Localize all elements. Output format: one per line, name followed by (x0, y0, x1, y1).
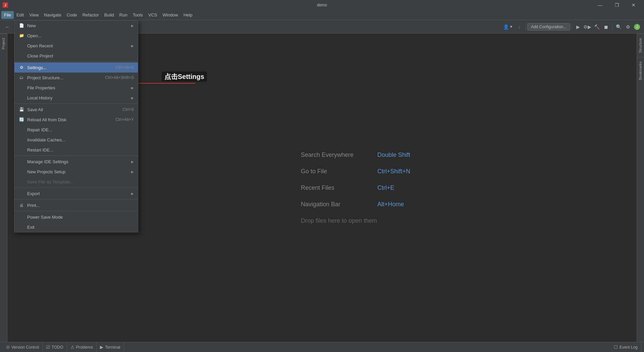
menu-navigate[interactable]: Navigate (41, 11, 64, 19)
repair-ide-icon (18, 127, 24, 133)
menu-item-file-properties[interactable]: File Properties ▶ (14, 83, 138, 93)
menu-view[interactable]: View (26, 11, 41, 19)
menu-help[interactable]: Help (181, 11, 195, 19)
toolbar-back-button[interactable]: ← (3, 22, 12, 32)
search-everywhere-toolbar-button[interactable]: 🔍 (614, 22, 623, 32)
new-label: New (27, 23, 128, 28)
toolbar-separator-3 (572, 24, 572, 30)
sidebar-tab-project[interactable]: Project (0, 34, 7, 53)
status-terminal[interactable]: ▶ Terminal (97, 342, 124, 352)
project-structure-icon: 🗂 (18, 75, 24, 81)
menu-item-reload-all[interactable]: 🔄 Reload All from Disk Ctrl+Alt+Y (14, 115, 138, 125)
sidebar-tab-bookmarks[interactable]: Bookmarks (637, 57, 644, 84)
annotation-text: 点击Settings (162, 72, 207, 82)
menu-item-save-file-template: Save File as Template... (14, 177, 138, 187)
export-arrow: ▶ (131, 192, 134, 195)
local-history-arrow: ▶ (131, 96, 134, 100)
menu-bar: File Edit View Navigate Code Refactor Bu… (0, 10, 644, 20)
menu-item-manage-ide-settings[interactable]: Manage IDE Settings ▶ (14, 157, 138, 167)
new-icon: 📄 (18, 23, 24, 29)
menu-refactor[interactable]: Refactor (80, 11, 102, 19)
new-arrow: ▶ (131, 24, 134, 28)
file-properties-label: File Properties (27, 85, 128, 90)
restart-ide-icon (18, 147, 24, 153)
toolbar-separator-4 (612, 24, 612, 30)
save-file-template-icon (18, 179, 24, 185)
run-button[interactable]: ▶ (573, 22, 583, 32)
menu-item-settings[interactable]: ⚙ Settings... Ctrl+Alt+S (14, 62, 138, 73)
status-todo[interactable]: ☑ TODO (43, 342, 67, 352)
new-projects-setup-label: New Projects Setup (27, 169, 128, 174)
title-bar: J demo — ❐ ✕ (0, 0, 644, 10)
menu-item-close-project[interactable]: Close Project (14, 51, 138, 61)
menu-item-new[interactable]: 📄 New ▶ (14, 20, 138, 31)
file-menu-dropdown: 📄 New ▶ 📁 Open... Open Recent ▶ Close Pr… (14, 20, 138, 232)
menu-tools[interactable]: Tools (130, 11, 146, 19)
restart-ide-label: Restart IDE... (27, 147, 134, 152)
menu-edit[interactable]: Edit (14, 11, 26, 19)
open-recent-arrow: ▶ (131, 44, 134, 48)
terminal-label: Terminal (105, 345, 120, 350)
open-icon: 📁 (18, 33, 24, 39)
vcs-update-button[interactable]: ↓ (515, 22, 524, 32)
close-button[interactable]: ✕ (626, 0, 641, 10)
export-icon (18, 190, 24, 196)
menu-item-export[interactable]: Export ▶ (14, 188, 138, 199)
menu-window[interactable]: Window (160, 11, 181, 19)
version-control-icon: ⊙ (6, 345, 10, 350)
profile-dropdown-arrow: ▼ (509, 25, 513, 29)
restore-button[interactable]: ❐ (609, 0, 625, 10)
sep-1 (14, 61, 138, 62)
debug-run-button[interactable]: ⚙▶ (583, 22, 592, 32)
menu-vcs[interactable]: VCS (146, 11, 160, 19)
menu-item-exit[interactable]: Exit (14, 222, 138, 232)
sidebar-tab-structure[interactable]: Structure (637, 34, 644, 57)
settings-label: Settings... (27, 65, 109, 70)
profile-icon: 👤 (503, 24, 509, 30)
menu-item-invalidate-caches[interactable]: Invalidate Caches... (14, 135, 138, 145)
menu-item-save-all[interactable]: 💾 Save All Ctrl+S (14, 104, 138, 115)
status-problems[interactable]: ⚠ Problems (67, 342, 97, 352)
project-structure-label: Project Structure... (27, 75, 98, 80)
menu-item-local-history[interactable]: Local History ▶ (14, 93, 138, 103)
print-icon: 🖨 (18, 202, 24, 208)
save-all-icon: 💾 (18, 106, 24, 113)
settings-icon: ⚙ (18, 64, 24, 71)
status-version-control[interactable]: ⊙ Version Control (3, 342, 43, 352)
menu-item-new-projects-setup[interactable]: New Projects Setup ▶ (14, 167, 138, 177)
build-button[interactable]: 🔨 (592, 22, 601, 32)
toolbar-separator-2 (526, 24, 526, 30)
menu-code[interactable]: Code (64, 11, 80, 19)
menu-item-open[interactable]: 📁 Open... (14, 31, 138, 41)
menu-item-repair-ide[interactable]: Repair IDE... (14, 125, 138, 135)
stop-button[interactable]: ◼ (601, 22, 611, 32)
status-event-log[interactable]: ☐ Event Log (610, 342, 641, 352)
manage-ide-settings-icon (18, 159, 24, 165)
add-configuration-button[interactable]: Add Configuration... (527, 23, 570, 31)
power-save-mode-label: Power Save Mode (27, 215, 134, 220)
shortcut-recent-files: Recent Files Ctrl+E (301, 184, 410, 191)
terminal-icon: ▶ (100, 345, 103, 350)
todo-icon: ☑ (46, 345, 50, 350)
invalidate-caches-label: Invalidate Caches... (27, 137, 134, 142)
shortcut-go-to-file: Go to File Ctrl+Shift+N (301, 168, 410, 175)
settings-toolbar-button[interactable]: ⚙ (623, 22, 633, 32)
manage-ide-settings-label: Manage IDE Settings (27, 159, 128, 164)
menu-file[interactable]: File (1, 11, 14, 19)
save-all-label: Save All (27, 107, 116, 112)
menu-item-restart-ide[interactable]: Restart IDE... (14, 145, 138, 155)
profile-button[interactable]: 👤 ▼ (501, 22, 515, 32)
window-controls: — ❐ ✕ (592, 0, 641, 10)
power-save-mode-icon (18, 214, 24, 220)
menu-item-power-save-mode[interactable]: Power Save Mode (14, 212, 138, 222)
menu-item-print[interactable]: 🖨 Print... (14, 200, 138, 210)
go-to-file-label: Go to File (301, 168, 375, 175)
menu-run[interactable]: Run (117, 11, 130, 19)
menu-build[interactable]: Build (102, 11, 117, 19)
menu-item-project-structure[interactable]: 🗂 Project Structure... Ctrl+Alt+Shift+S (14, 73, 138, 83)
menu-item-open-recent[interactable]: Open Recent ▶ (14, 41, 138, 51)
navigation-bar-key: Alt+Home (377, 201, 404, 208)
sep-4 (14, 187, 138, 188)
minimize-button[interactable]: — (592, 0, 608, 10)
save-all-shortcut: Ctrl+S (122, 107, 134, 112)
